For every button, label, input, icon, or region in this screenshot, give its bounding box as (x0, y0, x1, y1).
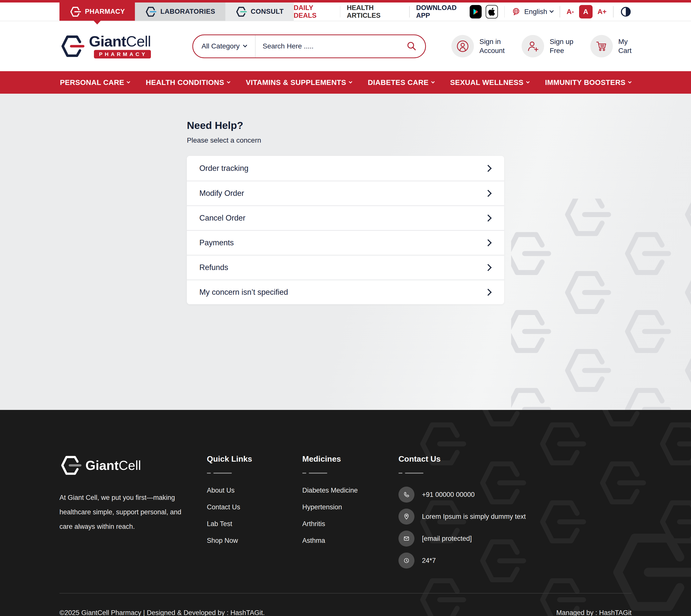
footer-link-asthma[interactable]: Asthma (302, 537, 325, 544)
sign-in-button[interactable]: Sign in Account (451, 35, 505, 58)
nav-immunity-boosters[interactable]: IMMUNITY BOOSTERS (545, 79, 631, 87)
chevron-down-icon (127, 80, 130, 84)
list-item: Arthritis (302, 520, 398, 528)
footer-link-about-us[interactable]: About Us (207, 487, 235, 494)
heading-underline (398, 472, 631, 474)
font-decrease-button[interactable]: A- (567, 8, 574, 16)
contact-email[interactable]: [email protected] (398, 531, 631, 547)
footer-link-diabetes-medicine[interactable]: Diabetes Medicine (302, 487, 358, 494)
user-icon (451, 35, 474, 58)
footer-link-arthritis[interactable]: Arthritis (302, 520, 325, 528)
nav-health-conditions[interactable]: HEALTH CONDITIONS (146, 79, 230, 87)
list-item: About Us (207, 487, 302, 494)
list-item: Shop Now (207, 537, 302, 545)
top-bar-links: DAILY DEALS HEALTH ARTICLES DOWNLOAD APP (294, 2, 631, 21)
daily-deals-link[interactable]: DAILY DEALS (294, 4, 333, 20)
consult-tab-logo-icon (235, 6, 247, 18)
chevron-down-icon (628, 80, 631, 84)
footer-tagline: At Giant Cell, we put you first—making h… (60, 490, 192, 534)
nav-sexual-wellness[interactable]: SEXUAL WELLNESS (450, 79, 529, 87)
health-articles-link[interactable]: HEALTH ARTICLES (347, 4, 403, 20)
tab-consult-label: CONSULT (251, 8, 284, 16)
chevron-right-icon (485, 264, 492, 271)
tab-pharmacy[interactable]: PHARMACY (60, 2, 135, 21)
footer-contact-column: Contact Us +91 00000 00000 (398, 454, 631, 574)
search-category-label: All Category (201, 42, 240, 50)
contrast-toggle-icon[interactable] (620, 6, 631, 18)
help-option-payments[interactable]: Payments (187, 230, 504, 255)
divider (560, 6, 560, 18)
nav-diabetes-care[interactable]: DIABETES CARE (368, 79, 434, 87)
language-label: English (524, 8, 547, 16)
list-item: Contact Us (207, 503, 302, 511)
chevron-right-icon (485, 190, 492, 197)
search-input[interactable] (256, 42, 403, 50)
main-navigation: PERSONAL CARE HEALTH CONDITIONS VITAMINS… (0, 71, 691, 94)
footer-link-lab-test[interactable]: Lab Test (207, 520, 232, 528)
font-size-controls: A- A A+ (567, 5, 607, 19)
cart-button[interactable]: My Cart (590, 35, 631, 58)
user-plus-icon (522, 35, 544, 58)
footer-brand-logo-icon (60, 454, 82, 476)
chevron-down-icon (243, 43, 247, 47)
footer-link-hypertension[interactable]: Hypertension (302, 503, 342, 511)
font-increase-button[interactable]: A+ (598, 8, 607, 16)
tab-pharmacy-label: PHARMACY (85, 8, 125, 16)
quick-links-title: Quick Links (207, 454, 302, 464)
footer-brand-cell: Cell (118, 458, 141, 472)
phone-icon (398, 487, 414, 503)
cart-label-line1: My (618, 37, 631, 46)
list-item: Diabetes Medicine (302, 487, 398, 494)
chevron-down-icon (549, 8, 554, 13)
help-option-not-specified[interactable]: My concern isn’t specified (187, 280, 504, 304)
tab-laboratories[interactable]: LABORATORIES (135, 2, 225, 21)
contact-hours: 24*7 (398, 553, 631, 569)
tab-consult[interactable]: CONSULT (225, 2, 294, 21)
divider (409, 6, 410, 18)
footer: GiantCell At Giant Cell, we put you firs… (0, 410, 691, 616)
brand-logo-icon (60, 34, 84, 59)
playstore-icon[interactable] (470, 5, 482, 19)
brand-logo[interactable]: GiantCell PHARMACY (60, 34, 151, 59)
font-default-button[interactable]: A (579, 5, 592, 19)
divider (340, 6, 341, 18)
search-category-select[interactable]: All Category (193, 42, 255, 50)
sign-up-button[interactable]: Sign up Free (522, 35, 573, 58)
help-option-modify-order[interactable]: Modify Order (187, 181, 504, 205)
language-selector[interactable]: English (511, 7, 553, 17)
brand-badge: PHARMACY (94, 50, 151, 59)
divider (504, 6, 505, 18)
location-icon (398, 509, 414, 525)
contact-phone[interactable]: +91 00000 00000 (398, 487, 631, 503)
help-option-order-tracking[interactable]: Order tracking (187, 156, 504, 181)
footer-link-shop-now[interactable]: Shop Now (207, 537, 238, 544)
footer-quick-links-column: Quick Links About Us Contact Us Lab Test… (207, 454, 302, 553)
help-option-refunds[interactable]: Refunds (187, 255, 504, 280)
nav-vitamins-supplements[interactable]: VITAMINS & SUPPLEMENTS (246, 79, 352, 87)
list-item: Hypertension (302, 503, 398, 511)
hexagon-pattern (511, 199, 691, 410)
chevron-down-icon (349, 80, 352, 84)
footer-link-contact-us[interactable]: Contact Us (207, 503, 240, 511)
clock-icon (398, 553, 414, 569)
heading-underline (207, 472, 302, 474)
cart-icon (590, 35, 613, 58)
tab-laboratories-label: LABORATORIES (160, 8, 215, 16)
contact-address[interactable]: Lorem Ipsum is simply dummy text (398, 509, 631, 525)
download-app-label: DOWNLOAD APP (416, 4, 466, 20)
search-button[interactable] (403, 40, 425, 52)
top-bar: PHARMACY LABORATORIES CONSULT DAILY DEAL… (0, 0, 691, 21)
help-options-list: Order tracking Modify Order Cancel Order… (187, 156, 504, 304)
search-icon (406, 40, 418, 52)
email-icon (398, 531, 414, 547)
chevron-right-icon (485, 164, 492, 172)
brand-name-cell: Cell (126, 33, 151, 50)
appstore-icon[interactable] (485, 5, 498, 19)
download-app: DOWNLOAD APP (416, 4, 498, 20)
sign-in-label-line2: Account (479, 46, 505, 55)
account-area: Sign in Account Sign up Free (451, 35, 631, 58)
footer-brand-giant: Giant (85, 458, 118, 472)
help-option-cancel-order[interactable]: Cancel Order (187, 205, 504, 230)
globe-icon (511, 7, 521, 17)
nav-personal-care[interactable]: PERSONAL CARE (60, 79, 130, 87)
